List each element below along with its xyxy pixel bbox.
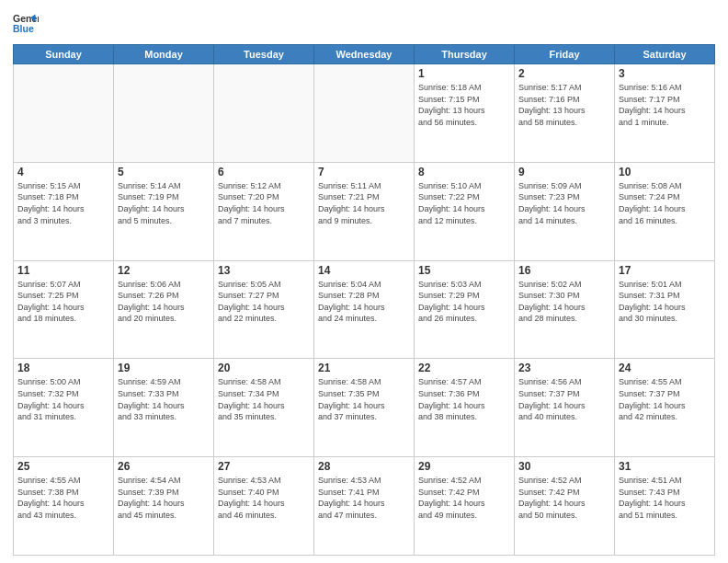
day-number: 26 xyxy=(118,460,210,473)
calendar-cell: 27Sunrise: 4:53 AM Sunset: 7:40 PM Dayli… xyxy=(214,457,314,556)
day-info: Sunrise: 5:12 AM Sunset: 7:20 PM Dayligh… xyxy=(218,180,310,226)
calendar-cell: 11Sunrise: 5:07 AM Sunset: 7:25 PM Dayli… xyxy=(14,260,114,359)
day-number: 19 xyxy=(118,362,210,374)
day-info: Sunrise: 5:02 AM Sunset: 7:30 PM Dayligh… xyxy=(518,279,610,325)
day-number: 5 xyxy=(118,166,210,178)
calendar-week-4: 18Sunrise: 5:00 AM Sunset: 7:32 PM Dayli… xyxy=(14,359,715,457)
day-number: 16 xyxy=(518,264,610,277)
day-number: 28 xyxy=(318,460,410,473)
calendar-cell: 13Sunrise: 5:05 AM Sunset: 7:27 PM Dayli… xyxy=(214,260,314,359)
calendar-cell: 20Sunrise: 4:58 AM Sunset: 7:34 PM Dayli… xyxy=(214,359,314,457)
calendar-cell: 22Sunrise: 4:57 AM Sunset: 7:36 PM Dayli… xyxy=(415,359,515,457)
day-number: 13 xyxy=(218,264,310,277)
day-info: Sunrise: 5:11 AM Sunset: 7:21 PM Dayligh… xyxy=(318,180,410,226)
calendar-cell: 16Sunrise: 5:02 AM Sunset: 7:30 PM Dayli… xyxy=(515,260,615,359)
day-number: 7 xyxy=(318,166,410,178)
calendar-cell: 30Sunrise: 4:52 AM Sunset: 7:42 PM Dayli… xyxy=(515,457,615,556)
day-number: 8 xyxy=(418,166,510,178)
calendar-cell: 9Sunrise: 5:09 AM Sunset: 7:23 PM Daylig… xyxy=(515,162,615,260)
day-info: Sunrise: 5:07 AM Sunset: 7:25 PM Dayligh… xyxy=(17,279,109,325)
calendar-cell xyxy=(314,64,415,163)
calendar-week-1: 1Sunrise: 5:18 AM Sunset: 7:15 PM Daylig… xyxy=(14,64,715,163)
day-number: 29 xyxy=(418,460,510,473)
weekday-header-saturday: Saturday xyxy=(615,45,715,64)
day-number: 3 xyxy=(619,67,711,80)
day-number: 1 xyxy=(418,67,510,80)
day-number: 12 xyxy=(118,264,210,277)
day-info: Sunrise: 4:55 AM Sunset: 7:37 PM Dayligh… xyxy=(619,376,711,422)
day-number: 11 xyxy=(17,264,109,277)
calendar-cell xyxy=(14,64,114,163)
calendar-cell: 12Sunrise: 5:06 AM Sunset: 7:26 PM Dayli… xyxy=(114,260,214,359)
logo-icon: General Blue xyxy=(13,11,39,37)
page: General Blue SundayMondayTuesdayWednesda… xyxy=(0,0,728,563)
day-info: Sunrise: 5:06 AM Sunset: 7:26 PM Dayligh… xyxy=(118,279,210,325)
day-info: Sunrise: 5:10 AM Sunset: 7:22 PM Dayligh… xyxy=(418,180,510,226)
day-number: 15 xyxy=(418,264,510,277)
calendar-table: SundayMondayTuesdayWednesdayThursdayFrid… xyxy=(13,44,715,556)
day-number: 6 xyxy=(218,166,310,178)
day-info: Sunrise: 4:53 AM Sunset: 7:40 PM Dayligh… xyxy=(218,475,310,521)
day-number: 24 xyxy=(619,362,711,374)
day-info: Sunrise: 5:17 AM Sunset: 7:16 PM Dayligh… xyxy=(518,82,610,128)
calendar-cell: 23Sunrise: 4:56 AM Sunset: 7:37 PM Dayli… xyxy=(515,359,615,457)
calendar-week-3: 11Sunrise: 5:07 AM Sunset: 7:25 PM Dayli… xyxy=(14,260,715,359)
calendar-week-5: 25Sunrise: 4:55 AM Sunset: 7:38 PM Dayli… xyxy=(14,457,715,556)
day-info: Sunrise: 5:05 AM Sunset: 7:27 PM Dayligh… xyxy=(218,279,310,325)
calendar-cell: 15Sunrise: 5:03 AM Sunset: 7:29 PM Dayli… xyxy=(415,260,515,359)
day-number: 4 xyxy=(17,166,109,178)
calendar-cell: 29Sunrise: 4:52 AM Sunset: 7:42 PM Dayli… xyxy=(415,457,515,556)
day-number: 27 xyxy=(218,460,310,473)
weekday-header-row: SundayMondayTuesdayWednesdayThursdayFrid… xyxy=(14,45,715,64)
calendar-cell: 24Sunrise: 4:55 AM Sunset: 7:37 PM Dayli… xyxy=(615,359,715,457)
calendar-cell: 2Sunrise: 5:17 AM Sunset: 7:16 PM Daylig… xyxy=(515,64,615,163)
day-number: 30 xyxy=(518,460,610,473)
day-info: Sunrise: 5:15 AM Sunset: 7:18 PM Dayligh… xyxy=(17,180,109,226)
day-info: Sunrise: 5:16 AM Sunset: 7:17 PM Dayligh… xyxy=(619,82,711,128)
weekday-header-monday: Monday xyxy=(114,45,214,64)
day-info: Sunrise: 5:14 AM Sunset: 7:19 PM Dayligh… xyxy=(118,180,210,226)
day-number: 23 xyxy=(518,362,610,374)
day-info: Sunrise: 4:56 AM Sunset: 7:37 PM Dayligh… xyxy=(518,376,610,422)
calendar-cell: 14Sunrise: 5:04 AM Sunset: 7:28 PM Dayli… xyxy=(314,260,415,359)
day-info: Sunrise: 4:52 AM Sunset: 7:42 PM Dayligh… xyxy=(518,475,610,521)
day-number: 18 xyxy=(17,362,109,374)
calendar-cell: 18Sunrise: 5:00 AM Sunset: 7:32 PM Dayli… xyxy=(14,359,114,457)
calendar-cell: 10Sunrise: 5:08 AM Sunset: 7:24 PM Dayli… xyxy=(615,162,715,260)
day-info: Sunrise: 4:54 AM Sunset: 7:39 PM Dayligh… xyxy=(118,475,210,521)
day-number: 20 xyxy=(218,362,310,374)
calendar-cell: 3Sunrise: 5:16 AM Sunset: 7:17 PM Daylig… xyxy=(615,64,715,163)
calendar-cell: 17Sunrise: 5:01 AM Sunset: 7:31 PM Dayli… xyxy=(615,260,715,359)
calendar-week-2: 4Sunrise: 5:15 AM Sunset: 7:18 PM Daylig… xyxy=(14,162,715,260)
header: General Blue xyxy=(13,11,715,37)
day-info: Sunrise: 4:51 AM Sunset: 7:43 PM Dayligh… xyxy=(619,475,711,521)
calendar-cell: 1Sunrise: 5:18 AM Sunset: 7:15 PM Daylig… xyxy=(415,64,515,163)
day-number: 17 xyxy=(619,264,711,277)
day-info: Sunrise: 4:52 AM Sunset: 7:42 PM Dayligh… xyxy=(418,475,510,521)
day-info: Sunrise: 5:08 AM Sunset: 7:24 PM Dayligh… xyxy=(619,180,711,226)
day-info: Sunrise: 5:00 AM Sunset: 7:32 PM Dayligh… xyxy=(17,376,109,422)
day-info: Sunrise: 5:09 AM Sunset: 7:23 PM Dayligh… xyxy=(518,180,610,226)
calendar-cell: 6Sunrise: 5:12 AM Sunset: 7:20 PM Daylig… xyxy=(214,162,314,260)
day-info: Sunrise: 4:58 AM Sunset: 7:34 PM Dayligh… xyxy=(218,376,310,422)
day-number: 2 xyxy=(518,67,610,80)
day-info: Sunrise: 4:57 AM Sunset: 7:36 PM Dayligh… xyxy=(418,376,510,422)
day-number: 22 xyxy=(418,362,510,374)
day-info: Sunrise: 4:53 AM Sunset: 7:41 PM Dayligh… xyxy=(318,475,410,521)
calendar-cell: 7Sunrise: 5:11 AM Sunset: 7:21 PM Daylig… xyxy=(314,162,415,260)
calendar-cell: 31Sunrise: 4:51 AM Sunset: 7:43 PM Dayli… xyxy=(615,457,715,556)
day-info: Sunrise: 5:01 AM Sunset: 7:31 PM Dayligh… xyxy=(619,279,711,325)
day-number: 31 xyxy=(619,460,711,473)
calendar-cell: 4Sunrise: 5:15 AM Sunset: 7:18 PM Daylig… xyxy=(14,162,114,260)
calendar-cell: 28Sunrise: 4:53 AM Sunset: 7:41 PM Dayli… xyxy=(314,457,415,556)
day-number: 10 xyxy=(619,166,711,178)
day-info: Sunrise: 5:18 AM Sunset: 7:15 PM Dayligh… xyxy=(418,82,510,128)
weekday-header-thursday: Thursday xyxy=(415,45,515,64)
day-info: Sunrise: 5:04 AM Sunset: 7:28 PM Dayligh… xyxy=(318,279,410,325)
calendar-cell: 21Sunrise: 4:58 AM Sunset: 7:35 PM Dayli… xyxy=(314,359,415,457)
calendar-cell: 25Sunrise: 4:55 AM Sunset: 7:38 PM Dayli… xyxy=(14,457,114,556)
calendar-cell: 5Sunrise: 5:14 AM Sunset: 7:19 PM Daylig… xyxy=(114,162,214,260)
calendar-cell: 19Sunrise: 4:59 AM Sunset: 7:33 PM Dayli… xyxy=(114,359,214,457)
day-info: Sunrise: 5:03 AM Sunset: 7:29 PM Dayligh… xyxy=(418,279,510,325)
day-info: Sunrise: 4:58 AM Sunset: 7:35 PM Dayligh… xyxy=(318,376,410,422)
